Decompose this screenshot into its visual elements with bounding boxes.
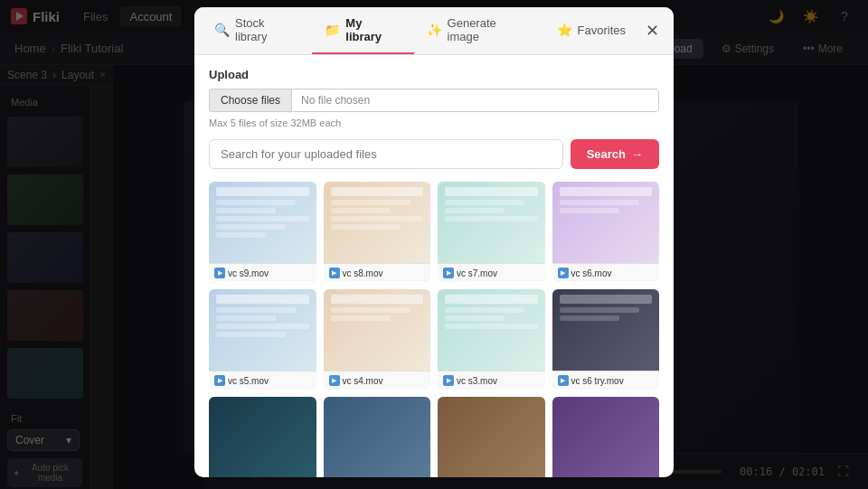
arrow-right-icon: → <box>631 147 643 161</box>
sparkle-icon: ✨ <box>427 23 442 37</box>
modal-overlay: 🔍 Stock library 📁 My library ✨ Generate … <box>0 0 868 489</box>
file-input-row: Choose files No file chosen <box>209 89 659 112</box>
upload-label: Upload <box>209 68 659 81</box>
media-label: ▶ vc s9.mov <box>209 263 316 282</box>
file-name-display: No file chosen <box>291 89 659 112</box>
media-thumb <box>438 289 545 371</box>
media-grid: ▶ vc s9.mov ▶ <box>209 182 659 477</box>
media-library-modal: 🔍 Stock library 📁 My library ✨ Generate … <box>194 7 674 477</box>
modal-body: Upload Choose files No file chosen Max 5… <box>194 55 674 477</box>
media-thumb <box>552 397 660 477</box>
media-label: ▶ vc s7.mov <box>438 263 545 282</box>
list-item[interactable]: ▶ thumb10 <box>324 397 431 477</box>
media-label: ▶ vc s3.mov <box>438 371 545 390</box>
media-label: ▶ vc s8.mov <box>324 263 431 282</box>
media-label: ▶ vc s6 try.mov <box>552 371 660 390</box>
search-row: Search → <box>209 139 659 169</box>
media-thumb <box>209 182 316 263</box>
media-label: ▶ vc s4.mov <box>324 371 431 390</box>
modal-tabs: 🔍 Stock library 📁 My library ✨ Generate … <box>194 7 674 55</box>
media-thumb <box>324 182 431 263</box>
video-icon: ▶ <box>329 268 340 278</box>
media-thumb <box>209 289 316 371</box>
list-item[interactable]: ▶ vc s5.mov <box>209 289 316 390</box>
choose-files-button[interactable]: Choose files <box>209 89 291 112</box>
media-name: vc s3.mov <box>457 376 497 386</box>
tab-my-library[interactable]: 📁 My library <box>312 7 413 54</box>
tab-favorites[interactable]: ⭐ Favorites <box>544 14 638 48</box>
media-name: vc s6 try.mov <box>571 376 624 386</box>
media-name: vc s9.mov <box>228 268 269 278</box>
tab-my-label: My library <box>345 16 401 43</box>
video-icon: ▶ <box>329 375 340 386</box>
tab-generate-image[interactable]: ✨ Generate image <box>414 7 544 54</box>
modal-close-button[interactable]: ✕ <box>638 14 666 48</box>
list-item[interactable]: ▶ vc s3.mov <box>438 289 545 390</box>
media-thumb <box>438 397 545 477</box>
media-thumb <box>324 289 431 371</box>
list-item[interactable]: ▶ vc s4.mov <box>324 289 431 390</box>
search-input[interactable] <box>209 139 563 169</box>
media-name: vc s4.mov <box>343 376 383 386</box>
video-icon: ▶ <box>214 375 225 386</box>
video-icon: ▶ <box>443 268 454 278</box>
list-item[interactable]: ▶ vc s6 try.mov <box>552 289 660 390</box>
search-button[interactable]: Search → <box>571 139 659 169</box>
video-icon: ▶ <box>443 375 454 386</box>
search-button-label: Search <box>587 147 626 161</box>
tab-stock-library[interactable]: 🔍 Stock library <box>202 7 312 54</box>
list-item[interactable]: ▶ thumb9 <box>209 397 316 477</box>
media-label: ▶ vc s5.mov <box>209 371 316 390</box>
list-item[interactable]: ▶ vc s8.mov <box>324 182 431 282</box>
media-name: vc s5.mov <box>228 376 269 386</box>
media-thumb <box>552 289 660 371</box>
video-icon: ▶ <box>558 268 569 278</box>
tab-generate-label: Generate image <box>448 16 532 43</box>
star-icon: ⭐ <box>557 23 572 37</box>
list-item[interactable]: ▶ thumb12 <box>552 397 660 477</box>
media-name: vc s6.mov <box>571 268 612 278</box>
video-icon: ▶ <box>558 375 569 386</box>
list-item[interactable]: ▶ vc s6.mov <box>552 182 660 282</box>
tab-stock-label: Stock library <box>235 16 299 43</box>
media-thumb <box>209 397 316 477</box>
media-label: ▶ vc s6.mov <box>552 263 660 282</box>
media-thumb <box>324 397 431 477</box>
media-name: vc s8.mov <box>343 268 383 278</box>
folder-icon: 📁 <box>325 23 340 37</box>
media-name: vc s7.mov <box>457 268 497 278</box>
max-size-note: Max 5 files of size 32MB each <box>209 118 659 128</box>
media-thumb <box>438 182 545 263</box>
search-icon: 🔍 <box>214 23 230 37</box>
upload-section: Upload Choose files No file chosen Max 5… <box>209 68 659 128</box>
list-item[interactable]: ▶ vc s7.mov <box>438 182 545 282</box>
video-icon: ▶ <box>214 268 225 278</box>
list-item[interactable]: ▶ vc s9.mov <box>209 182 316 282</box>
list-item[interactable]: ▶ thumb11 <box>438 397 545 477</box>
tab-favorites-label: Favorites <box>578 24 626 37</box>
media-thumb <box>552 182 660 263</box>
